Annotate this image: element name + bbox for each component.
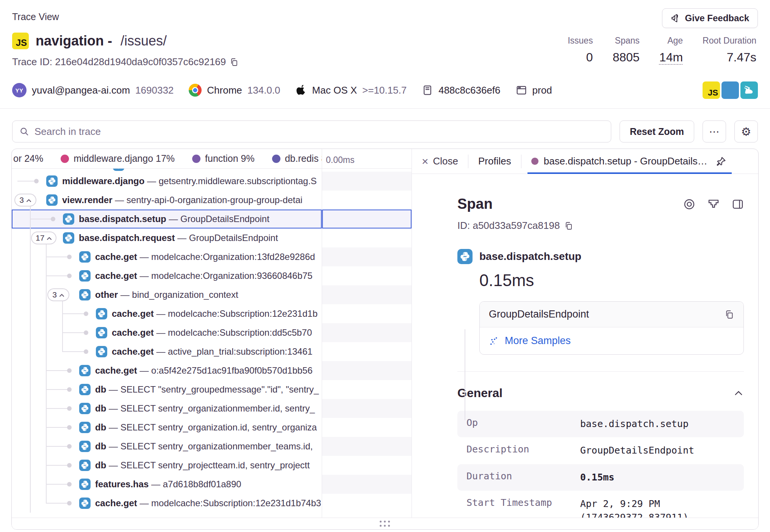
span-row[interactable]: cache.get — o:a5f42e275d1ac91fba90f0b570… [12, 361, 322, 380]
copy-trace-id-icon[interactable] [230, 58, 239, 67]
side-panel-layout-icon[interactable] [732, 198, 744, 210]
span-description: modelcache:Subscription:12e231d1b74b3 [151, 498, 321, 508]
page-title: Trace View [12, 11, 59, 22]
panel-resize-handle[interactable] [12, 518, 758, 529]
settings-button[interactable]: ⚙ [734, 120, 758, 142]
span-description: modelcache:Subscription:dd5c5b70 [168, 327, 312, 338]
give-feedback-button[interactable]: Give Feedback [662, 8, 758, 28]
span-row[interactable]: 3other — bind_organization_context [12, 285, 322, 304]
more-samples-link[interactable]: More Samples [505, 335, 571, 347]
span-row-partial[interactable] [12, 169, 322, 172]
span-row-text: features.has — a7d618b8df01a890 [95, 479, 241, 490]
search-box[interactable] [12, 120, 611, 142]
timeline-row[interactable] [322, 169, 412, 172]
span-row[interactable]: cache.get — modelcache:Subscription:12e2… [12, 494, 322, 513]
timeline-row[interactable] [322, 494, 412, 513]
span-description: SELECT "sentry_groupedmessage"."id", "se… [121, 384, 319, 394]
span-row-text: cache.get — modelcache:Subscription:dd5c… [112, 327, 312, 338]
stat-label: Issues [568, 36, 593, 46]
search-input[interactable] [34, 126, 604, 138]
span-op: db [95, 422, 106, 432]
general-key: Description [466, 444, 580, 457]
focus-span-icon[interactable] [683, 198, 695, 210]
timeline-row[interactable] [322, 418, 412, 437]
span-row[interactable]: cache.get — modelcache:Subscription:dd5c… [12, 323, 322, 342]
os-meta: Mac OS X >=10.15.7 [296, 84, 407, 97]
span-row[interactable]: cache.get — modelcache:Subscription:12e2… [12, 304, 322, 323]
sample-endpoint-name: GroupDetailsEndpoint [489, 308, 589, 320]
reset-zoom-button[interactable]: Reset Zoom [620, 120, 694, 142]
span-op: other [95, 289, 118, 300]
span-row-text: db — SELECT "sentry_groupedmessage"."id"… [95, 384, 319, 395]
timeline-row[interactable] [322, 285, 412, 304]
stat-label: Age [659, 36, 683, 46]
expand-collapse-pill[interactable]: 3 [47, 288, 69, 301]
stat-value[interactable]: 14m [659, 50, 683, 64]
span-row[interactable]: db — SELECT sentry_projectteam.id, sentr… [12, 456, 322, 475]
timeline-row[interactable] [322, 172, 412, 191]
timeline-axis: 0.00ms [322, 149, 412, 169]
timeline-row[interactable] [322, 456, 412, 475]
timeline-row[interactable] [322, 437, 412, 456]
span-op: cache.get [95, 252, 137, 262]
stat-label: Root Duration [703, 36, 756, 46]
tab-profiles[interactable]: Profiles [478, 155, 511, 167]
copy-span-id-icon[interactable] [564, 221, 573, 230]
span-op: db [95, 384, 106, 394]
tab-span-details[interactable]: base.dispatch.setup - GroupDetails… [531, 149, 729, 174]
timeline-row[interactable] [322, 380, 412, 399]
close-tab-button[interactable]: × Close [422, 155, 458, 167]
legend-dot-icon [272, 155, 280, 163]
winged-boot-platform-icon [740, 81, 758, 99]
span-op: base.dispatch.setup [79, 214, 166, 224]
timeline-row[interactable] [322, 323, 412, 342]
span-row-text: cache.get — o:a5f42e275d1ac91fba90f0b570… [95, 365, 313, 376]
timeline-row[interactable] [322, 247, 412, 266]
span-row[interactable]: middleware.django — getsentry.middleware… [12, 172, 322, 191]
span-op: db [95, 460, 106, 470]
span-row[interactable]: db — SELECT "sentry_groupedmessage"."id"… [12, 380, 322, 399]
timeline-row[interactable] [322, 191, 412, 210]
timeline-row[interactable] [322, 304, 412, 323]
timeline-row[interactable] [322, 266, 412, 285]
span-description: SELECT sentry_projectteam.id, sentry_pro… [121, 460, 310, 470]
python-icon [79, 403, 91, 414]
timeline-row[interactable] [322, 228, 412, 247]
trace-main-content: or 24%middleware.django 17%function 9%db… [12, 149, 758, 518]
span-row[interactable]: cache.get — active_plan_trial:subscripti… [12, 342, 322, 361]
timeline-row[interactable] [322, 475, 412, 494]
copy-sample-icon[interactable] [725, 310, 734, 319]
span-row[interactable]: cache.get — modelcache:Organization:13fd… [12, 247, 322, 266]
span-description: GroupDetailsEndpoint [189, 233, 278, 243]
timeline-row[interactable] [322, 210, 412, 228]
span-row[interactable]: base.dispatch.setup — GroupDetailsEndpoi… [12, 210, 322, 228]
stat-label: Spans [613, 36, 640, 46]
span-row[interactable]: db — SELECT sentry_organization.id, sent… [12, 418, 322, 437]
collapse-section-icon[interactable] [733, 388, 744, 399]
timeline-row[interactable] [322, 399, 412, 418]
more-options-button[interactable]: ⋯ [703, 120, 726, 142]
span-row[interactable]: db — SELECT sentry_organizationmember.id… [12, 399, 322, 418]
span-op: middleware.django [62, 176, 144, 186]
pin-tab-button[interactable] [713, 153, 729, 170]
python-icon [79, 479, 91, 490]
timeline-axis-label: 0.00ms [326, 155, 354, 165]
span-row-text: cache.get — active_plan_trial:subscripti… [112, 346, 313, 357]
section-divider [457, 371, 744, 372]
timeline-row[interactable] [322, 361, 412, 380]
expand-collapse-pill[interactable]: 3 [14, 194, 36, 207]
span-row[interactable]: cache.get — modelcache:Organization:9366… [12, 266, 322, 285]
span-row[interactable]: features.has — a7d618b8df01a890 [12, 475, 322, 494]
span-row-text: middleware.django — getsentry.middleware… [62, 176, 317, 186]
python-icon [79, 460, 91, 471]
span-row[interactable]: 17base.dispatch.request — GroupDetailsEn… [12, 228, 322, 247]
timeline-row[interactable] [322, 342, 412, 361]
child-count: 17 [36, 233, 44, 243]
expand-collapse-pill[interactable]: 17 [31, 232, 56, 244]
zoom-to-span-icon[interactable] [707, 198, 720, 210]
python-icon [79, 422, 91, 433]
span-row[interactable]: 3view.render — sentry-api-0-organization… [12, 191, 322, 210]
legend-item-function: function 9% [192, 153, 255, 164]
span-row[interactable]: db — SELECT sentry_organizationmember_te… [12, 437, 322, 456]
span-row-text: cache.get — modelcache:Subscription:12e2… [95, 498, 321, 509]
